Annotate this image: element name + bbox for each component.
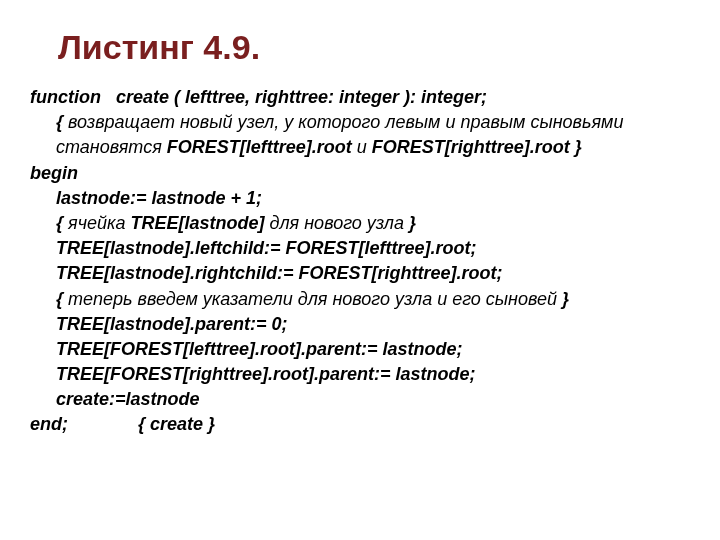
brace-close: } xyxy=(575,137,582,157)
brace-close: } xyxy=(557,289,569,309)
comment-text: теперь введем указатели для нового узла … xyxy=(68,289,557,309)
code-line: { ячейка TREE[lastnode] для нового узла … xyxy=(30,211,690,236)
code-line: lastnode:= lastnode + 1; xyxy=(30,186,690,211)
code-line: create:=lastnode xyxy=(30,387,690,412)
comment-ident: FOREST[lefttree].root xyxy=(162,137,357,157)
comment-ident: TREE[lastnode] xyxy=(125,213,269,233)
code-line: { возвращает новый узел, у которого левы… xyxy=(30,110,690,135)
slide: Листинг 4.9. function create ( lefttree,… xyxy=(0,0,720,458)
brace-open: { xyxy=(56,112,68,132)
code-line: TREE[lastnode].rightchild:= FOREST[right… xyxy=(30,261,690,286)
comment-text: возвращает новый узел, у которого левым … xyxy=(68,112,623,132)
comment-text: становятся xyxy=(56,137,162,157)
code-line: TREE[lastnode].leftchild:= FOREST[lefttr… xyxy=(30,236,690,261)
brace-open: { xyxy=(56,213,68,233)
brace-open: { xyxy=(56,289,68,309)
listing-title: Листинг 4.9. xyxy=(58,28,690,67)
code-line: TREE[lastnode].parent:= 0; xyxy=(30,312,690,337)
code-line: { теперь введем указатели для нового узл… xyxy=(30,287,690,312)
code-line: TREE[FOREST[righttree].root].parent:= la… xyxy=(30,362,690,387)
code-line: становятся FOREST[lefttree].root и FORES… xyxy=(30,135,690,160)
code-line: begin xyxy=(30,161,690,186)
comment-text: ячейка xyxy=(68,213,125,233)
code-line: TREE[FOREST[lefttree].root].parent:= las… xyxy=(30,337,690,362)
comment-ident: FOREST[righttree].root xyxy=(367,137,575,157)
code-listing: function create ( lefttree, righttree: i… xyxy=(30,85,690,438)
comment-text: и xyxy=(357,137,367,157)
code-line: end; { create } xyxy=(30,412,690,437)
code-line: function create ( lefttree, righttree: i… xyxy=(30,85,690,110)
comment-text: для нового узла xyxy=(270,213,404,233)
brace-close: } xyxy=(404,213,416,233)
